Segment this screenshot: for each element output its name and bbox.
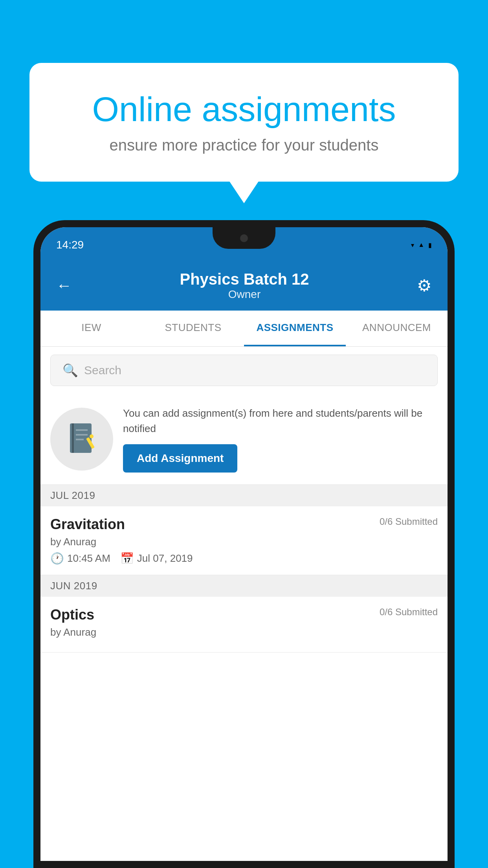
search-box[interactable]: 🔍 Search	[50, 355, 438, 386]
assignment-item-gravitation[interactable]: Gravitation 0/6 Submitted by Anurag 🕐 10…	[40, 506, 448, 575]
header-title: Physics Batch 12	[180, 270, 309, 288]
promo-section: You can add assignment(s) from here and …	[40, 394, 448, 485]
svg-rect-1	[72, 423, 74, 453]
search-container: 🔍 Search	[40, 347, 448, 394]
settings-icon[interactable]: ⚙	[417, 276, 432, 295]
bubble-title: Online assignments	[61, 90, 427, 129]
date-value: Jul 07, 2019	[137, 552, 193, 565]
status-icons: ▾ ▲ ▮	[411, 241, 432, 249]
svg-rect-4	[76, 439, 84, 440]
assignment-item-optics[interactable]: Optics 0/6 Submitted by Anurag	[40, 597, 448, 653]
app-header: ← Physics Batch 12 Owner ⚙	[40, 263, 448, 311]
add-assignment-button[interactable]: Add Assignment	[123, 444, 237, 473]
assignment-date: 📅 Jul 07, 2019	[120, 552, 193, 565]
month-separator-jun: JUN 2019	[40, 575, 448, 597]
camera-dot	[240, 234, 248, 242]
tab-announcements[interactable]: ANNOUNCEM	[346, 311, 448, 346]
status-time: 14:29	[56, 239, 84, 251]
assignment-meta: 🕐 10:45 AM 📅 Jul 07, 2019	[50, 552, 438, 565]
phone-frame: 14:29 ▾ ▲ ▮ ← Physics Batch 12 Owner ⚙ I…	[33, 220, 455, 868]
speech-bubble: Online assignments ensure more practice …	[29, 63, 459, 182]
tab-iew[interactable]: IEW	[40, 311, 142, 346]
clock-icon: 🕐	[50, 552, 64, 565]
optics-submitted: 0/6 Submitted	[380, 607, 438, 618]
assignment-icon-circle	[50, 408, 113, 471]
phone-inner: 14:29 ▾ ▲ ▮ ← Physics Batch 12 Owner ⚙ I…	[40, 227, 448, 861]
promo-content: You can add assignment(s) from here and …	[123, 406, 438, 473]
header-center: Physics Batch 12 Owner	[180, 270, 309, 301]
bubble-subtitle: ensure more practice for your students	[61, 136, 427, 154]
assignment-header-optics: Optics 0/6 Submitted	[50, 607, 438, 623]
assignment-time: 🕐 10:45 AM	[50, 552, 110, 565]
notebook-icon	[66, 421, 97, 457]
header-subtitle: Owner	[180, 288, 309, 301]
svg-rect-2	[76, 429, 88, 431]
notch	[213, 227, 275, 249]
optics-title: Optics	[50, 607, 94, 623]
battery-icon: ▮	[428, 241, 432, 249]
time-value: 10:45 AM	[67, 552, 110, 565]
tab-assignments[interactable]: ASSIGNMENTS	[244, 311, 346, 346]
search-icon: 🔍	[62, 363, 78, 378]
signal-icon: ▲	[418, 241, 424, 248]
assignment-by: by Anurag	[50, 536, 438, 548]
svg-rect-3	[76, 434, 88, 436]
speech-bubble-container: Online assignments ensure more practice …	[29, 63, 459, 182]
calendar-icon: 📅	[120, 552, 134, 565]
assignment-title: Gravitation	[50, 516, 125, 533]
assignment-header: Gravitation 0/6 Submitted	[50, 516, 438, 533]
back-button[interactable]: ←	[56, 277, 72, 294]
wifi-icon: ▾	[411, 241, 414, 249]
search-input[interactable]: Search	[84, 364, 121, 377]
tabs-bar: IEW STUDENTS ASSIGNMENTS ANNOUNCEM	[40, 311, 448, 347]
svg-point-6	[90, 434, 94, 438]
optics-by: by Anurag	[50, 626, 438, 638]
promo-text: You can add assignment(s) from here and …	[123, 406, 438, 436]
tab-students[interactable]: STUDENTS	[142, 311, 244, 346]
assignment-submitted: 0/6 Submitted	[380, 516, 438, 527]
status-bar: 14:29 ▾ ▲ ▮	[40, 227, 448, 263]
month-separator-jul: JUL 2019	[40, 485, 448, 506]
